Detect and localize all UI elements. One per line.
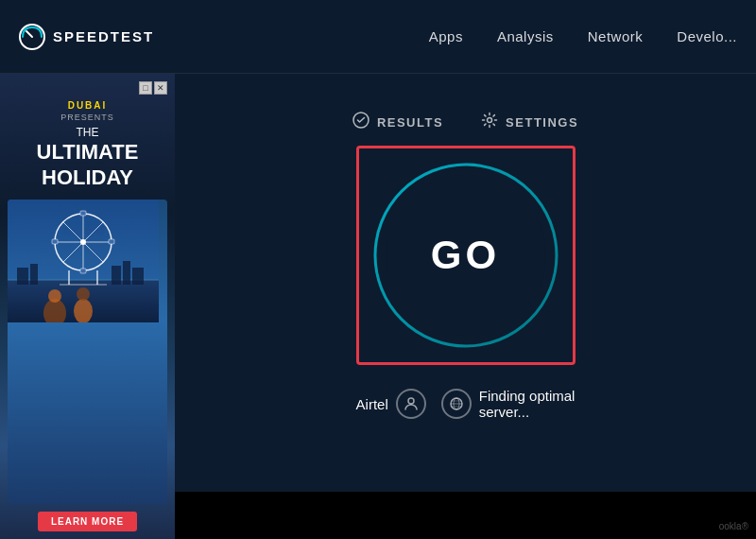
controls-bar: RESULTS SETTINGS — [352, 112, 578, 132]
ad-minimize[interactable]: □ — [139, 81, 152, 95]
svg-rect-18 — [123, 261, 130, 285]
svg-point-24 — [48, 289, 61, 303]
server-icon — [441, 389, 472, 419]
svg-rect-19 — [132, 268, 144, 285]
ad-scene-svg — [8, 200, 159, 322]
ad-dubai-text: DUBAI — [68, 100, 108, 111]
svg-rect-11 — [80, 269, 86, 273]
bottom-info: Airtel — [356, 388, 576, 420]
go-outer-circle: GO — [371, 161, 560, 350]
ad-learn-more-button[interactable]: LEARN MORE — [38, 512, 137, 531]
go-button[interactable]: GO — [386, 175, 546, 336]
settings-label: SETTINGS — [506, 115, 578, 130]
svg-rect-17 — [112, 266, 121, 285]
ad-content: □ ✕ DUBAI PRESENTS THE ULTIMATE HOLIDAY — [0, 74, 175, 539]
isp-icon — [396, 389, 426, 419]
results-label: RESULTS — [377, 115, 443, 130]
center-content: RESULTS SETTINGS — [175, 74, 756, 539]
go-button-wrapper: GO — [371, 161, 560, 350]
nav-network[interactable]: Network — [588, 28, 644, 44]
bottom-black-bar — [175, 492, 756, 539]
ad-top-bar: □ ✕ — [8, 81, 167, 95]
server-status-text: Finding optimal server... — [479, 388, 576, 420]
ad-the-text: THE — [77, 126, 99, 139]
svg-rect-12 — [52, 239, 58, 244]
svg-point-27 — [488, 118, 492, 123]
ad-image — [8, 200, 167, 504]
main-area: □ ✕ DUBAI PRESENTS THE ULTIMATE HOLIDAY — [0, 74, 756, 539]
logo-area: SPEEDTEST — [19, 24, 154, 50]
header: SPEEDTEST Apps Analysis Network Develo..… — [0, 0, 756, 74]
svg-point-29 — [408, 398, 414, 404]
svg-rect-21 — [30, 264, 38, 285]
ad-controls: □ ✕ — [139, 81, 167, 95]
svg-point-25 — [77, 287, 90, 301]
nav-analysis[interactable]: Analysis — [497, 28, 554, 44]
ad-holiday-text: HOLIDAY — [42, 165, 133, 190]
isp-name: Airtel — [356, 396, 388, 412]
isp-info: Airtel — [356, 389, 426, 419]
ookla-watermark: ookla® — [719, 521, 748, 531]
nav-apps[interactable]: Apps — [429, 28, 463, 44]
ad-close[interactable]: ✕ — [154, 81, 167, 95]
speedtest-logo-icon — [19, 24, 45, 50]
ad-ultimate-text: ULTIMATE — [37, 141, 139, 164]
svg-point-23 — [74, 299, 93, 322]
results-icon — [352, 112, 369, 132]
server-status-line1: Finding optimal — [479, 388, 576, 404]
ad-sidebar: □ ✕ DUBAI PRESENTS THE ULTIMATE HOLIDAY — [0, 74, 175, 539]
settings-control[interactable]: SETTINGS — [481, 112, 578, 132]
nav-develop[interactable]: Develo... — [677, 28, 737, 44]
svg-rect-20 — [17, 268, 28, 285]
server-info: Finding optimal server... — [441, 388, 576, 420]
ad-presents-text: PRESENTS — [60, 113, 114, 122]
nav-links: Apps Analysis Network Develo... — [429, 28, 737, 44]
go-label: GO — [431, 233, 500, 278]
settings-icon — [481, 112, 498, 132]
svg-rect-10 — [80, 211, 86, 216]
logo-text: SPEEDTEST — [53, 28, 154, 44]
svg-rect-13 — [109, 239, 114, 244]
results-control[interactable]: RESULTS — [352, 112, 443, 132]
server-status-line2: server... — [479, 404, 576, 420]
